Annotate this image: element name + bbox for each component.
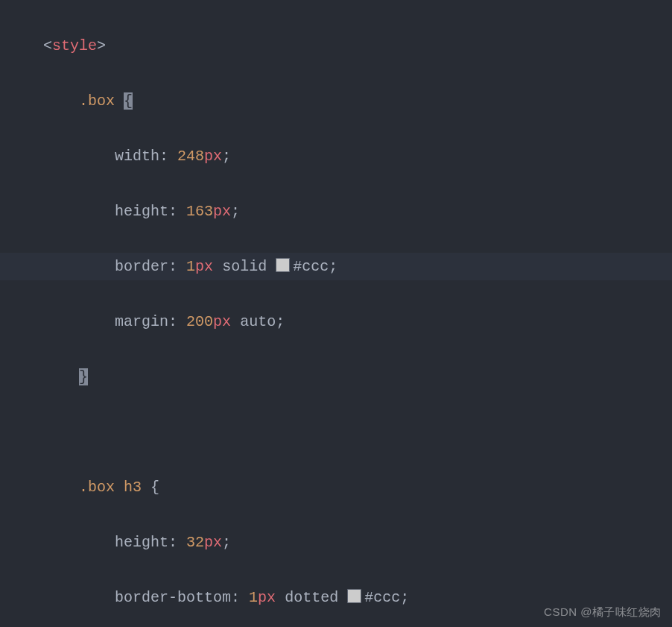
code-line-blank [0, 418, 672, 446]
code-line: .box { [0, 87, 672, 115]
tag-style-open: style [52, 37, 97, 54]
code-line: margin: 200px auto; [0, 308, 672, 335]
code-line-active: border: 1px solid #ccc; [0, 253, 672, 280]
color-swatch [276, 258, 290, 272]
prop-width: width [115, 148, 159, 165]
selector-box-h3: .box [79, 479, 115, 496]
code-line: height: 32px; [0, 529, 672, 556]
code-line: height: 163px; [0, 198, 672, 225]
code-line: } [0, 363, 672, 391]
code-line: .box h3 { [0, 473, 672, 501]
watermark: CSDN @橘子味红烧肉 [544, 602, 662, 623]
brace-close: } [79, 368, 88, 385]
prop-margin: margin [115, 313, 168, 330]
prop-height: height [115, 203, 168, 220]
code-line: width: 248px; [0, 142, 672, 170]
prop-h3-height: height [115, 534, 168, 551]
prop-border-bottom: border-bottom [115, 589, 231, 606]
brace-open: { [124, 92, 133, 110]
code-block: <style> .box { width: 248px; height: 163… [0, 0, 672, 627]
prop-border: border [115, 258, 168, 275]
selector-box: .box [79, 92, 115, 110]
code-line: <style> [0, 32, 672, 60]
color-swatch [347, 589, 361, 603]
